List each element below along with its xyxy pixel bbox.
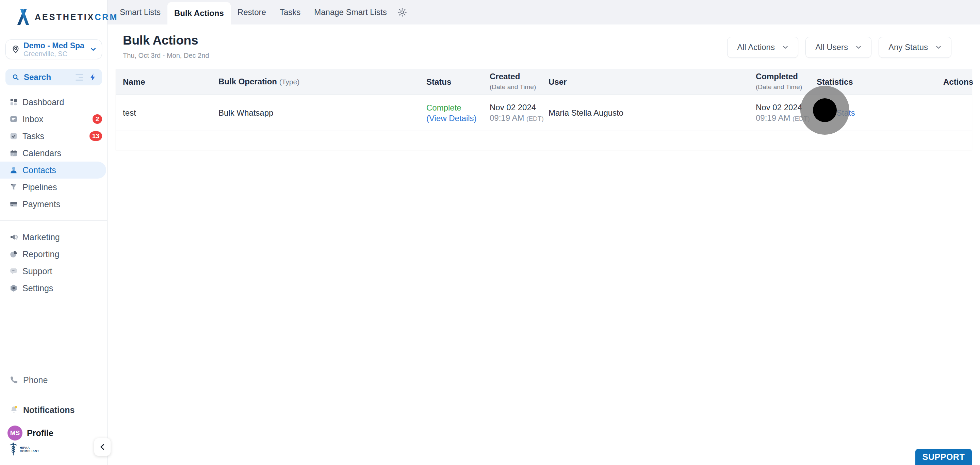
caduceus-icon bbox=[9, 442, 18, 457]
cell-statistics: Stats bbox=[817, 108, 943, 118]
sidebar-secondary-nav: Marketing Reporting Support Settings bbox=[0, 229, 108, 297]
column-header-created: Created(Date and Time) bbox=[490, 72, 549, 92]
search-icon bbox=[11, 73, 20, 81]
notifications-label: Notifications bbox=[23, 405, 75, 415]
bulk-actions-table: Name Bulk Operation (Type) Status Create… bbox=[116, 69, 972, 150]
sidebar-item-payments[interactable]: Payments bbox=[0, 195, 108, 213]
contacts-icon bbox=[9, 166, 18, 175]
cell-completed: Nov 02 2024 09:19 AM (EDT) bbox=[756, 102, 817, 124]
tab-settings-gear-button[interactable] bbox=[394, 0, 411, 24]
dashboard-icon bbox=[9, 98, 18, 106]
sidebar-item-label: Contacts bbox=[22, 165, 56, 175]
sidebar-item-label: Support bbox=[22, 267, 52, 276]
search-input[interactable]: Search bbox=[5, 69, 102, 86]
page-header: Bulk Actions Thu, Oct 3rd - Mon, Dec 2nd bbox=[123, 33, 209, 60]
chevron-down-icon bbox=[90, 46, 96, 52]
sidebar-item-label: Dashboard bbox=[22, 97, 64, 107]
search-label: Search bbox=[24, 73, 72, 82]
reporting-pie-icon bbox=[9, 250, 18, 259]
sidebar-item-label: Payments bbox=[22, 199, 60, 209]
table-header-row: Name Bulk Operation (Type) Status Create… bbox=[116, 69, 972, 95]
sidebar-main-nav: Dashboard Inbox 2 Tasks 13 bbox=[0, 94, 108, 213]
location-selector[interactable]: Demo - Med Spa Greenville, SC bbox=[5, 40, 102, 59]
sidebar-item-calendars[interactable]: Calendars bbox=[0, 144, 108, 162]
avatar: MS bbox=[8, 425, 22, 441]
phone-item[interactable]: Phone bbox=[0, 371, 108, 389]
notifications-bell-icon bbox=[9, 405, 19, 415]
cell-name: test bbox=[123, 108, 218, 118]
speed-lines-icon bbox=[76, 74, 83, 81]
column-header-completed: Completed(Date and Time) bbox=[756, 72, 817, 92]
tasks-icon bbox=[9, 132, 18, 140]
view-details-link[interactable]: (View Details) bbox=[426, 113, 490, 124]
sidebar-item-settings[interactable]: Settings bbox=[0, 279, 108, 297]
settings-hex-icon bbox=[9, 284, 18, 292]
column-header-name: Name bbox=[123, 77, 218, 87]
inbox-icon bbox=[9, 115, 18, 124]
column-header-user: User bbox=[549, 77, 756, 87]
filter-bar: All Actions All Users Any Status bbox=[727, 37, 951, 58]
marketing-megaphone-icon bbox=[9, 233, 18, 241]
sidebar-item-inbox[interactable]: Inbox 2 bbox=[0, 111, 108, 127]
tab-tasks[interactable]: Tasks bbox=[273, 0, 307, 24]
stats-link[interactable]: Stats bbox=[837, 108, 855, 117]
sidebar-item-contacts[interactable]: Contacts bbox=[0, 162, 106, 179]
sidebar-item-label: Tasks bbox=[22, 131, 44, 141]
notifications-item[interactable]: Notifications bbox=[0, 402, 108, 418]
cell-operation: Bulk Whatsapp bbox=[218, 108, 426, 118]
quick-actions-lightning-icon[interactable] bbox=[89, 73, 97, 82]
chevron-left-icon bbox=[99, 443, 106, 451]
sidebar-item-label: Calendars bbox=[22, 148, 61, 158]
filter-all-actions[interactable]: All Actions bbox=[727, 37, 798, 58]
gear-icon bbox=[397, 7, 407, 17]
payments-card-icon bbox=[9, 200, 18, 208]
cell-created: Nov 02 2024 09:19 AM (EDT) bbox=[490, 102, 549, 124]
tab-manage-smart-lists[interactable]: Manage Smart Lists bbox=[307, 0, 393, 24]
sidebar: AESTHETIXCRM Demo - Med Spa Greenville, … bbox=[0, 0, 108, 465]
sidebar-item-marketing[interactable]: Marketing bbox=[0, 229, 108, 246]
cell-status: Complete (View Details) bbox=[426, 102, 490, 124]
phone-label: Phone bbox=[23, 375, 48, 385]
brand-logo-icon bbox=[16, 9, 30, 25]
profile-item[interactable]: MS Profile bbox=[0, 425, 108, 441]
cell-user: Maria Stella Augusto bbox=[549, 108, 756, 118]
sidebar-item-pipelines[interactable]: Pipelines bbox=[0, 179, 108, 195]
brand-name: AESTHETIXCRM bbox=[35, 12, 118, 22]
sidebar-item-label: Settings bbox=[22, 283, 53, 293]
hipaa-compliant-logo: HIPAACOMPLIANT bbox=[9, 442, 39, 457]
sidebar-item-label: Marketing bbox=[22, 232, 60, 242]
chevron-down-icon bbox=[856, 44, 862, 50]
location-name: Demo - Med Spa bbox=[24, 41, 87, 50]
table-footer-spacer bbox=[116, 131, 972, 150]
sidebar-collapse-button[interactable] bbox=[94, 438, 111, 456]
sidebar-item-label: Inbox bbox=[22, 114, 43, 124]
chevron-down-icon bbox=[935, 44, 942, 50]
chevron-down-icon bbox=[782, 44, 788, 50]
location-pin-icon bbox=[11, 45, 20, 54]
sidebar-item-support[interactable]: Support bbox=[0, 263, 108, 279]
column-header-status: Status bbox=[426, 77, 490, 87]
page-title: Bulk Actions bbox=[123, 33, 209, 48]
sidebar-divider bbox=[0, 221, 108, 221]
tasks-count-badge: 13 bbox=[89, 131, 102, 141]
calendar-icon bbox=[9, 149, 18, 157]
column-header-bulk-operation: Bulk Operation (Type) bbox=[218, 77, 426, 87]
filter-all-users[interactable]: All Users bbox=[805, 37, 872, 58]
tab-smart-lists[interactable]: Smart Lists bbox=[113, 0, 167, 24]
phone-icon bbox=[9, 375, 19, 385]
column-header-actions: Actions bbox=[943, 77, 973, 87]
support-button[interactable]: SUPPORT bbox=[915, 449, 972, 465]
sidebar-item-reporting[interactable]: Reporting bbox=[0, 246, 108, 263]
date-range: Thu, Oct 3rd - Mon, Dec 2nd bbox=[123, 52, 209, 60]
tab-bulk-actions[interactable]: Bulk Actions bbox=[167, 2, 231, 24]
sidebar-item-label: Pipelines bbox=[22, 183, 57, 192]
location-city: Greenville, SC bbox=[24, 50, 87, 57]
pipelines-funnel-icon bbox=[9, 183, 18, 192]
sidebar-item-label: Reporting bbox=[22, 249, 59, 259]
column-header-statistics: Statistics bbox=[817, 77, 943, 87]
filter-any-status[interactable]: Any Status bbox=[878, 37, 951, 58]
sidebar-item-tasks[interactable]: Tasks 13 bbox=[0, 127, 108, 144]
profile-label: Profile bbox=[27, 428, 53, 438]
sidebar-item-dashboard[interactable]: Dashboard bbox=[0, 94, 108, 111]
tab-restore[interactable]: Restore bbox=[231, 0, 273, 24]
